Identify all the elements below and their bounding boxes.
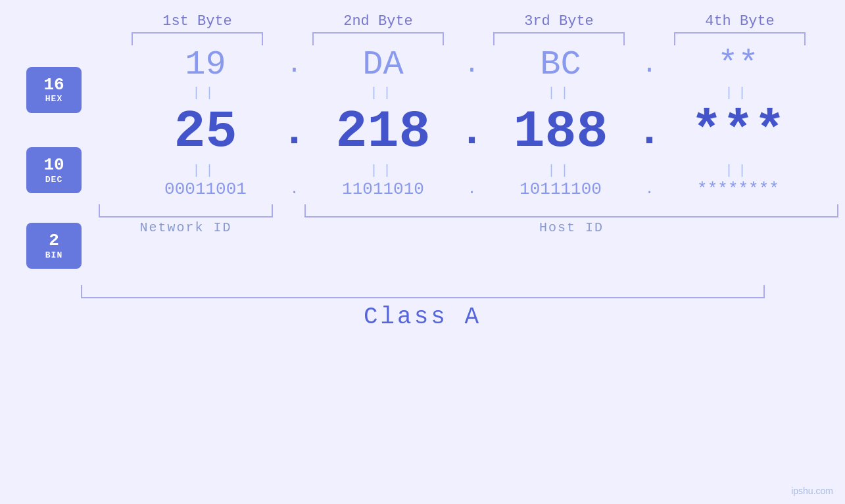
bracket-gap	[273, 204, 304, 218]
eq2-b1: ||	[133, 163, 278, 178]
equals-row-2: || || || ||	[99, 163, 845, 178]
hex-b2: DA	[311, 45, 456, 84]
bin-d1: .	[278, 181, 311, 198]
byte-headers: 1st Byte 2nd Byte 3rd Byte 4th Byte	[107, 13, 831, 30]
eq1-b1: ||	[133, 85, 278, 101]
badges-column: 16 HEX 10 DEC 2 BIN	[0, 45, 99, 279]
byte2-header: 2nd Byte	[306, 13, 450, 30]
eq1-b3: ||	[489, 85, 633, 101]
bin-badge-label: BIN	[45, 250, 62, 260]
hex-b1: 19	[133, 45, 278, 84]
eq2-b4: ||	[666, 163, 811, 178]
bin-badge-wrapper: 2 BIN	[26, 213, 99, 279]
hex-b4: **	[666, 45, 811, 84]
eq2-b2: ||	[311, 163, 456, 178]
bottom-brackets	[99, 204, 838, 218]
hex-row: 19 . DA . BC . **	[99, 45, 845, 84]
dec-d3: .	[633, 108, 666, 156]
bin-d2: .	[456, 181, 489, 198]
main-container: 1st Byte 2nd Byte 3rd Byte 4th Byte 16 H…	[0, 0, 845, 504]
bin-badge-num: 2	[49, 231, 59, 250]
class-label: Class A	[0, 304, 845, 331]
bracket-byte3	[493, 32, 625, 45]
hex-b3: BC	[489, 45, 633, 84]
eq1-b2: ||	[311, 85, 456, 101]
byte3-header: 3rd Byte	[487, 13, 631, 30]
dec-b4: ***	[666, 102, 811, 162]
eq1-b4: ||	[666, 85, 811, 101]
hex-badge: 16 HEX	[26, 67, 82, 113]
hex-d3: .	[633, 50, 666, 80]
dec-d2: .	[456, 108, 489, 156]
host-id-label: Host ID	[304, 220, 838, 235]
hex-d2: .	[456, 50, 489, 80]
byte4-header: 4th Byte	[667, 13, 812, 30]
bin-b4: ********	[666, 179, 811, 199]
byte1-header: 1st Byte	[125, 13, 270, 30]
dec-b2: 218	[311, 102, 456, 162]
bin-badge: 2 BIN	[26, 223, 82, 269]
bin-b2: 11011010	[311, 179, 456, 199]
dec-b1: 25	[133, 102, 278, 162]
bin-d3: .	[633, 181, 666, 198]
hex-d1: .	[278, 50, 311, 80]
dec-badge-num: 10	[43, 156, 64, 175]
label-gap	[273, 220, 304, 235]
bracket-byte2	[312, 32, 444, 45]
id-labels: Network ID Host ID	[99, 220, 838, 235]
bin-b1: 00011001	[133, 179, 278, 199]
dec-b3: 188	[489, 102, 633, 162]
host-bracket	[304, 204, 838, 218]
hex-badge-wrapper: 16 HEX	[26, 52, 99, 127]
bin-row: 00011001 . 11011010 . 10111100 . *******…	[99, 179, 845, 199]
dec-badge-wrapper: 10 DEC	[26, 127, 99, 213]
dec-d1: .	[278, 108, 311, 156]
bracket-byte1	[132, 32, 263, 45]
equals-row-1: || || || ||	[99, 85, 845, 101]
network-id-label: Network ID	[99, 220, 273, 235]
bin-b3: 10111100	[489, 179, 633, 199]
main-table: 16 HEX 10 DEC 2 BIN 19	[0, 45, 845, 279]
dec-badge-label: DEC	[45, 175, 62, 185]
eq2-b3: ||	[489, 163, 633, 178]
top-brackets	[107, 32, 831, 45]
hex-badge-label: HEX	[45, 94, 62, 104]
dec-row: 25 . 218 . 188 . ***	[99, 102, 845, 162]
hex-badge-num: 16	[43, 76, 64, 95]
bracket-byte4	[674, 32, 806, 45]
bottom-area: Network ID Host ID	[99, 204, 845, 235]
watermark: ipshu.com	[791, 486, 833, 496]
dec-badge: 10 DEC	[26, 147, 82, 193]
network-bracket	[99, 204, 273, 218]
big-bracket	[81, 285, 765, 298]
data-columns: 19 . DA . BC . ** || || || || 25	[99, 45, 845, 279]
